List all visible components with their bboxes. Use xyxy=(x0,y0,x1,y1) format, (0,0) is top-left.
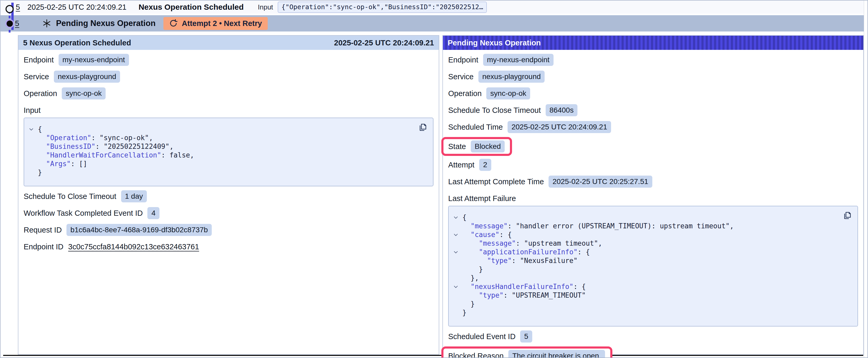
field-service: Service nexus-playground xyxy=(24,71,433,83)
retry-badge-label: Attempt 2 • Next Retry xyxy=(182,19,262,28)
endpoint-id-link[interactable]: 3c0c75ccfa8144b092c13ce632463761 xyxy=(68,242,199,251)
json-line: "cause": { xyxy=(452,230,851,239)
field-value-chip: 2025-02-25 UTC 20:24:09.21 xyxy=(507,121,611,133)
field-label: Scheduled Event ID xyxy=(448,332,516,341)
field-scheduled-event-id: Scheduled Event ID 5 xyxy=(448,331,858,342)
chevron-spacer xyxy=(452,291,462,300)
field-value-chip: sync-op-ok xyxy=(486,88,530,99)
event-timeline-rail xyxy=(1,1,16,37)
chevron-spacer xyxy=(452,222,462,230)
copy-icon[interactable] xyxy=(843,210,852,220)
chevron-spacer xyxy=(452,300,462,308)
field-label: Scheduled Time xyxy=(448,123,503,131)
event-row-scheduled[interactable]: 5 2025-02-25 UTC 20:24:09.21 Nexus Opera… xyxy=(1,1,864,14)
event-title: Nexus Operation Scheduled xyxy=(138,3,244,11)
json-text: } xyxy=(462,265,483,274)
field-label: Last Attempt Complete Time xyxy=(448,177,544,186)
scheduled-panel-timestamp: 2025-02-25 UTC 20:24:09.21 xyxy=(334,39,434,47)
json-text: }, xyxy=(462,274,479,283)
field-label: Operation xyxy=(24,89,57,98)
field-schedule-to-close-timeout: Schedule To Close Timeout 1 day xyxy=(24,191,433,202)
field-value-chip: b1c6a4bc-8ee7-468a-9169-df3b02c8737b xyxy=(66,224,212,236)
json-text: { xyxy=(38,125,42,134)
field-label: Schedule To Close Timeout xyxy=(24,192,116,201)
json-line: "type": "UPSTREAM_TIMEOUT" xyxy=(452,291,851,300)
field-value-chip: 1 day xyxy=(121,190,147,202)
field-label: Endpoint ID xyxy=(24,242,64,251)
json-text: "applicationFailureInfo": { xyxy=(462,248,590,256)
json-line: "message": "handler error (UPSTREAM_TIME… xyxy=(452,222,851,230)
chevron-spacer xyxy=(452,239,462,248)
field-label: Endpoint xyxy=(24,56,54,64)
scheduled-panel-title: 5 Nexus Operation Scheduled xyxy=(23,39,131,47)
input-json-viewer: { "Operation": "sync-op-ok", "BusinessID… xyxy=(24,118,433,186)
state-value-chip: Blocked xyxy=(471,140,505,153)
section-bottom-divider xyxy=(3,355,863,356)
field-label: Request ID xyxy=(24,226,62,234)
json-text: "Args": [] xyxy=(38,160,87,168)
scheduled-panel-body: Endpoint my-nexus-endpoint Service nexus… xyxy=(19,50,439,253)
blocked-reason-value-chip: The circuit breaker is open. xyxy=(508,350,605,358)
json-line: "Operation": "sync-op-ok", xyxy=(27,134,427,142)
input-label: Input xyxy=(258,3,273,11)
failure-json-viewer: { "message": "handler error (UPSTREAM_TI… xyxy=(448,206,858,326)
json-text: } xyxy=(462,308,467,317)
field-label: Operation xyxy=(448,89,482,98)
retry-icon xyxy=(169,19,178,28)
event-history-view: 5 2025-02-25 UTC 20:24:09.21 Nexus Opera… xyxy=(0,0,868,358)
json-line: { xyxy=(27,125,427,134)
scheduled-event-panel: 5 Nexus Operation Scheduled 2025-02-25 U… xyxy=(18,35,439,355)
pending-event-title: Pending Nexus Operation xyxy=(56,19,156,28)
last-attempt-failure-label: Last Attempt Failure xyxy=(448,193,858,204)
field-blocked-reason: Blocked Reason The circuit breaker is op… xyxy=(448,350,605,358)
chevron-spacer xyxy=(452,256,462,265)
field-value-chip: nexus-playground xyxy=(54,71,120,83)
field-service: Service nexus-playground xyxy=(448,71,858,83)
pending-panel-title: Pending Nexus Operation xyxy=(448,39,541,47)
event-marker-open-circle-icon xyxy=(5,5,14,13)
json-line: } xyxy=(452,308,851,317)
nexus-asterisk-icon xyxy=(42,19,51,28)
field-label: Endpoint xyxy=(448,56,478,64)
scheduled-panel-header: 5 Nexus Operation Scheduled 2025-02-25 U… xyxy=(19,36,439,50)
chevron-spacer xyxy=(27,142,38,151)
event-id-link[interactable]: 5 xyxy=(16,3,20,11)
field-value-chip: sync-op-ok xyxy=(62,88,105,99)
json-text: "type": "NexusFailure" xyxy=(462,256,578,265)
event-row-pending[interactable]: 5 Pending Nexus Operation Attempt 2 • Ne… xyxy=(1,15,864,32)
json-text: { xyxy=(462,213,467,222)
field-value-chip: my-nexus-endpoint xyxy=(59,54,129,66)
vertical-scrollbar[interactable] xyxy=(864,1,867,357)
json-line: "HandlerWaitForCancellation": false, xyxy=(27,151,427,160)
field-label: Attempt xyxy=(448,161,474,169)
field-last-attempt-complete-time: Last Attempt Complete Time 2025-02-25 UT… xyxy=(448,176,858,187)
chevron-spacer xyxy=(452,308,462,317)
pending-panel-header: Pending Nexus Operation xyxy=(443,36,863,50)
chevron-spacer xyxy=(27,134,38,142)
json-text: "Operation": "sync-op-ok", xyxy=(38,134,153,142)
field-label: State xyxy=(448,142,466,151)
field-value-chip: nexus-playground xyxy=(478,71,545,83)
field-label: Schedule To Close Timeout xyxy=(448,106,541,115)
json-text: "message": "handler error (UPSTREAM_TIME… xyxy=(462,222,734,230)
json-line: "BusinessID": "20250225122409", xyxy=(27,142,427,151)
chevron-down-icon[interactable] xyxy=(452,230,462,239)
chevron-down-icon[interactable] xyxy=(452,283,462,291)
chevron-down-icon[interactable] xyxy=(27,125,38,134)
field-operation: Operation sync-op-ok xyxy=(24,88,433,99)
chevron-down-icon[interactable] xyxy=(452,213,462,222)
field-label: Service xyxy=(24,72,49,81)
input-preview-chip: {"Operation":"sync-op-ok","BusinessID":"… xyxy=(278,2,487,13)
json-line: "message": "upstream timeout", xyxy=(452,239,851,248)
field-request-id: Request ID b1c6a4bc-8ee7-468a-9169-df3b0… xyxy=(24,224,433,236)
field-label: Service xyxy=(448,72,474,81)
copy-icon[interactable] xyxy=(418,122,428,132)
chevron-down-icon[interactable] xyxy=(452,248,462,256)
pending-panel-body: Endpoint my-nexus-endpoint Service nexus… xyxy=(443,50,863,358)
json-line: } xyxy=(452,300,851,308)
json-line: "type": "NexusFailure" xyxy=(452,256,851,265)
retry-badge[interactable]: Attempt 2 • Next Retry xyxy=(163,17,268,30)
json-text: } xyxy=(38,168,42,177)
event-rows: 5 2025-02-25 UTC 20:24:09.21 Nexus Opera… xyxy=(1,1,864,32)
json-text: "nexusHandlerFailureInfo": { xyxy=(462,283,586,291)
